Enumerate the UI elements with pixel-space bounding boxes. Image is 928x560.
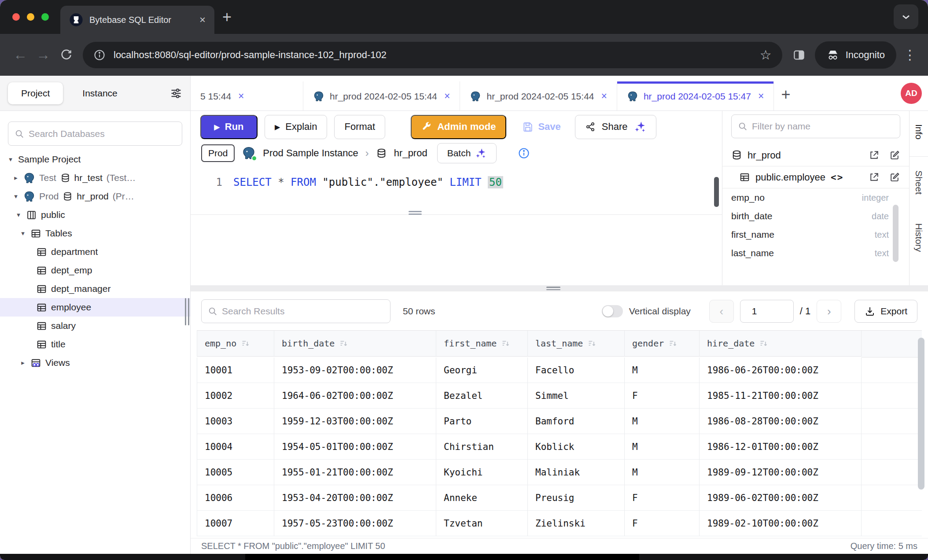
instance-name[interactable]: Prod Sample Instance xyxy=(263,147,358,159)
reload-button[interactable] xyxy=(55,44,77,66)
caret-right-icon[interactable]: ▸ xyxy=(12,174,19,182)
worksheet-tab[interactable]: hr_prod 2024-02-05 15:44 × xyxy=(303,81,460,111)
export-button[interactable]: Export xyxy=(854,300,917,323)
vertical-display-toggle[interactable] xyxy=(602,305,623,317)
save-icon xyxy=(522,121,534,133)
tree-item-schema-public[interactable]: ▾ public xyxy=(0,206,190,224)
explain-button[interactable]: ▶ Explain xyxy=(265,115,327,139)
tab-instance[interactable]: Instance xyxy=(69,82,130,104)
worksheet-tab[interactable]: 5 15:44 × xyxy=(191,81,303,111)
tab-history[interactable]: History xyxy=(913,223,924,252)
sidebar-item-table[interactable]: employee xyxy=(0,298,190,317)
postgres-icon xyxy=(313,91,324,102)
sql-code-editor[interactable]: 1 SELECT * FROM "public"."employee" LIMI… xyxy=(191,166,722,188)
tree-item-project[interactable]: ▾ Sample Project xyxy=(0,150,190,169)
caret-down-icon[interactable]: ▾ xyxy=(15,211,22,219)
prev-page-button[interactable]: ‹ xyxy=(709,300,734,323)
sidebar-item-table[interactable]: title xyxy=(0,335,190,354)
schema-filter[interactable] xyxy=(731,114,900,138)
address-bar[interactable]: localhost:8080/sql-editor/prod-sample-in… xyxy=(83,42,782,68)
tree-item-database-prod[interactable]: ▾ Prod hr_prod (Pr… xyxy=(0,187,190,206)
browser-menu-button[interactable]: ⋮ xyxy=(901,47,919,63)
column-row[interactable]: birth_date date xyxy=(722,207,909,225)
column-header[interactable]: emp_no xyxy=(197,330,274,357)
sidebar-item-table[interactable]: salary xyxy=(0,317,190,335)
page-input[interactable] xyxy=(740,300,794,323)
editor-resize-handle[interactable] xyxy=(409,211,422,216)
column-header[interactable]: birth_date xyxy=(274,330,436,357)
close-icon[interactable]: × xyxy=(238,90,244,102)
format-button[interactable]: Format xyxy=(334,115,385,139)
next-page-button[interactable]: › xyxy=(817,300,841,323)
database-name[interactable]: hr_prod xyxy=(394,147,427,159)
sidebar-resize-handle[interactable] xyxy=(185,298,189,325)
schema-database-row[interactable]: hr_prod xyxy=(722,144,909,166)
worksheet-tab-active[interactable]: hr_prod 2024-02-05 15:47 × xyxy=(617,81,774,111)
tree-item-views-group[interactable]: ▸ Views xyxy=(0,354,190,372)
editor-results-splitter[interactable] xyxy=(191,285,928,291)
caret-down-icon[interactable]: ▾ xyxy=(12,192,19,200)
view-code-icon[interactable]: <> xyxy=(831,172,843,183)
admin-mode-button[interactable]: Admin mode xyxy=(411,115,506,139)
close-window-button[interactable] xyxy=(12,13,20,21)
search-icon xyxy=(15,129,24,139)
sidebar-item-table[interactable]: department xyxy=(0,243,190,261)
avatar[interactable]: AD xyxy=(901,83,922,104)
tab-search-button[interactable] xyxy=(894,4,918,29)
editor-scrollbar-thumb[interactable] xyxy=(714,177,719,207)
column-row[interactable]: emp_no integer xyxy=(722,188,909,207)
worksheet-tab[interactable]: hr_prod 2024-02-05 15:44 × xyxy=(460,81,617,111)
tree-item-database-test[interactable]: ▸ Test hr_test (Test… xyxy=(0,169,190,187)
database-search-input[interactable] xyxy=(29,129,176,139)
caret-right-icon[interactable]: ▸ xyxy=(19,359,26,367)
close-icon[interactable]: × xyxy=(444,90,450,102)
database-search[interactable] xyxy=(8,122,182,146)
column-header[interactable]: last_name xyxy=(528,330,625,357)
zoom-window-button[interactable] xyxy=(41,13,49,21)
forward-button[interactable]: → xyxy=(32,44,55,66)
results-search-input[interactable] xyxy=(222,306,384,317)
tab-project[interactable]: Project xyxy=(8,82,63,104)
bookmark-star-icon[interactable]: ☆ xyxy=(760,47,772,63)
filter-settings-button[interactable] xyxy=(170,87,182,99)
column-header[interactable]: gender xyxy=(625,330,700,357)
new-tab-button[interactable]: + xyxy=(222,0,232,34)
edit-icon[interactable] xyxy=(889,150,900,161)
batch-button[interactable]: Batch xyxy=(437,143,497,163)
run-button[interactable]: ▶ Run xyxy=(200,115,258,139)
column-header[interactable]: hire_date xyxy=(700,330,862,357)
external-link-icon[interactable] xyxy=(869,172,880,183)
tab-sheet[interactable]: Sheet xyxy=(913,170,924,195)
caret-down-icon[interactable]: ▾ xyxy=(19,229,26,237)
incognito-icon xyxy=(826,48,840,62)
column-header[interactable]: first_name xyxy=(436,330,528,357)
schema-table-row[interactable]: public.employee <> xyxy=(722,166,909,188)
sidebar-item-table[interactable]: dept_emp xyxy=(0,261,190,280)
connection-info-button[interactable] xyxy=(518,147,530,159)
close-tab-icon[interactable]: × xyxy=(199,14,206,26)
column-list-scrollbar-thumb[interactable] xyxy=(893,205,899,262)
close-icon[interactable]: × xyxy=(601,90,607,102)
column-row[interactable]: last_name text xyxy=(722,244,909,262)
browser-tab[interactable]: Bytebase SQL Editor × xyxy=(60,6,214,34)
results-search[interactable] xyxy=(201,299,390,323)
tab-info[interactable]: Info xyxy=(913,124,924,140)
column-row[interactable]: first_name text xyxy=(722,225,909,244)
new-worksheet-button[interactable]: + xyxy=(781,85,790,104)
minimize-window-button[interactable] xyxy=(27,13,34,21)
close-icon[interactable]: × xyxy=(758,90,764,102)
save-button[interactable]: Save xyxy=(522,121,560,133)
share-button[interactable]: Share xyxy=(575,115,656,139)
sidebar-item-table[interactable]: dept_manager xyxy=(0,280,190,298)
results-scrollbar-thumb[interactable] xyxy=(918,338,924,490)
back-button[interactable]: ← xyxy=(9,44,32,66)
caret-down-icon[interactable]: ▾ xyxy=(7,155,14,163)
external-link-icon[interactable] xyxy=(869,150,880,161)
tree-item-tables-group[interactable]: ▾ Tables xyxy=(0,224,190,243)
site-info-icon[interactable] xyxy=(93,49,106,61)
schema-filter-input[interactable] xyxy=(752,121,894,132)
side-panel-button[interactable] xyxy=(788,44,810,66)
edit-icon[interactable] xyxy=(889,172,900,183)
download-icon xyxy=(865,306,875,317)
right-tab-strip: Info Sheet History xyxy=(909,111,928,285)
